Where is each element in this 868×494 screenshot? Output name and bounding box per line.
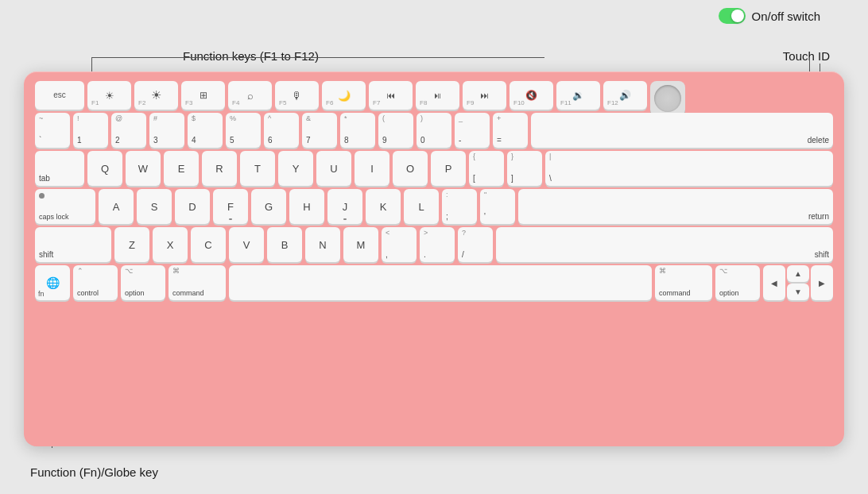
key-z[interactable]: Z [114, 227, 149, 262]
key-l[interactable]: L [404, 189, 439, 224]
key-esc[interactable]: esc [35, 81, 84, 110]
key-k[interactable]: K [366, 189, 401, 224]
key-2[interactable]: @ 2 [111, 113, 146, 148]
key-arrow-up[interactable]: ▲ [787, 265, 809, 282]
key-f5[interactable]: 🎙 F5 [275, 81, 319, 110]
key-w[interactable]: W [126, 151, 161, 186]
key-f8[interactable]: ⏯ F8 [416, 81, 459, 110]
tab-key-row: tab Q W E R T Y U I O P [35, 151, 833, 186]
key-f12[interactable]: 🔊 F12 [603, 81, 647, 110]
key-capslock[interactable]: caps lock [35, 189, 95, 224]
key-backtick[interactable]: ~ ` [35, 113, 70, 148]
key-d[interactable]: D [175, 189, 210, 224]
key-return[interactable]: return [518, 189, 833, 224]
key-q[interactable]: Q [87, 151, 122, 186]
key-m[interactable]: M [343, 227, 378, 262]
touchid-label-container: Touch ID [783, 49, 830, 64]
touchid-sensor [654, 85, 681, 112]
key-delete[interactable]: delete [531, 113, 833, 148]
key-c[interactable]: C [191, 227, 226, 262]
key-option-left[interactable]: ⌥ option [121, 265, 165, 300]
key-slash[interactable]: ? / [458, 227, 493, 262]
key-e[interactable]: E [164, 151, 199, 186]
bottom-key-row: 🌐 fn ⌃ control ⌥ option ⌘ command ⌘ comm… [35, 265, 833, 300]
key-v[interactable]: V [229, 227, 264, 262]
key-option-right[interactable]: ⌥ option [715, 265, 760, 300]
keyboard-body: esc ☀ F1 ☀ F2 ⊞ F3 ⌕ F4 🎙 F5 🌙 F6 [24, 71, 844, 446]
key-x[interactable]: X [153, 227, 188, 262]
key-0[interactable]: ) 0 [417, 113, 451, 148]
key-f1[interactable]: ☀ F1 [87, 81, 131, 110]
fn-globe-label: Function (Fn)/Globe key [30, 465, 158, 479]
key-r[interactable]: R [202, 151, 237, 186]
key-minus[interactable]: _ - [455, 113, 490, 148]
key-arrow-right[interactable]: ▶ [811, 265, 833, 300]
function-key-row: esc ☀ F1 ☀ F2 ⊞ F3 ⌕ F4 🎙 F5 🌙 F6 [35, 81, 833, 110]
key-5[interactable]: % 5 [226, 113, 261, 148]
fn-globe-label-container: Function (Fn)/Globe key [30, 465, 158, 480]
key-f9[interactable]: ⏭ F9 [463, 81, 506, 110]
key-a[interactable]: A [99, 189, 134, 224]
key-shift-left[interactable]: shift [35, 227, 111, 262]
key-arrow-left[interactable]: ◀ [763, 265, 785, 300]
key-g[interactable]: G [251, 189, 286, 224]
key-f11[interactable]: 🔉 F11 [556, 81, 600, 110]
fnkeys-line-left [91, 57, 92, 73]
key-i[interactable]: I [355, 151, 389, 186]
key-shift-right[interactable]: shift [496, 227, 833, 262]
key-4[interactable]: $ 4 [188, 113, 223, 148]
key-command-right[interactable]: ⌘ command [655, 265, 712, 300]
key-period[interactable]: > . [420, 227, 455, 262]
key-u[interactable]: U [316, 151, 351, 186]
touchid-label: Touch ID [783, 49, 830, 63]
key-t[interactable]: T [240, 151, 275, 186]
key-command-left[interactable]: ⌘ command [169, 265, 226, 300]
key-backslash[interactable]: | \ [545, 151, 833, 186]
key-close-bracket[interactable]: } ] [507, 151, 542, 186]
key-9[interactable]: ( 9 [378, 113, 413, 148]
key-o[interactable]: O [393, 151, 428, 186]
key-comma[interactable]: < , [382, 227, 417, 262]
caps-lock-row: caps lock A S D F G H J K L [35, 189, 833, 224]
key-f6[interactable]: 🌙 F6 [322, 81, 366, 110]
key-s[interactable]: S [137, 189, 172, 224]
key-3[interactable]: # 3 [149, 113, 184, 148]
fnkeys-label-container: Function keys (F1 to F12) [183, 49, 319, 64]
key-quote[interactable]: " ' [480, 189, 515, 224]
fnkeys-label: Function keys (F1 to F12) [183, 49, 319, 63]
key-spacebar[interactable] [229, 265, 652, 300]
shift-row: shift Z X C V B N M < , > . [35, 227, 833, 262]
key-f[interactable]: F [213, 189, 248, 224]
key-semicolon[interactable]: : ; [442, 189, 477, 224]
arrow-key-cluster: ◀ ▲ ▼ ▶ [763, 265, 833, 300]
key-f4[interactable]: ⌕ F4 [228, 81, 272, 110]
onoff-switch-container: On/off switch [719, 8, 820, 24]
touchid-key[interactable] [650, 81, 685, 116]
key-y[interactable]: Y [278, 151, 313, 186]
key-h[interactable]: H [289, 189, 324, 224]
key-n[interactable]: N [305, 227, 340, 262]
key-f10[interactable]: 🔇 F10 [510, 81, 553, 110]
key-p[interactable]: P [431, 151, 466, 186]
key-8[interactable]: * 8 [340, 113, 375, 148]
key-equals[interactable]: + = [493, 113, 528, 148]
key-b[interactable]: B [267, 227, 302, 262]
key-1[interactable]: ! 1 [73, 113, 108, 148]
number-key-row: ~ ` ! 1 @ 2 # 3 $ 4 % 5 ^ 6 & 7 [35, 113, 833, 148]
fnkeys-line-right [809, 57, 810, 73]
onoff-label: On/off switch [752, 10, 820, 23]
key-7[interactable]: & 7 [302, 113, 337, 148]
key-f3[interactable]: ⊞ F3 [181, 81, 225, 110]
key-control[interactable]: ⌃ control [73, 265, 118, 300]
key-f2[interactable]: ☀ F2 [134, 81, 178, 110]
fnkeys-line-top [91, 57, 544, 58]
key-tab[interactable]: tab [35, 151, 84, 186]
key-6[interactable]: ^ 6 [264, 113, 299, 148]
key-arrow-down[interactable]: ▼ [787, 284, 809, 300]
key-j[interactable]: J [327, 189, 362, 224]
key-fn-globe[interactable]: 🌐 fn [35, 265, 70, 300]
key-f7[interactable]: ⏮ F7 [369, 81, 413, 110]
toggle-switch[interactable] [719, 8, 746, 24]
key-open-bracket[interactable]: { [ [469, 151, 504, 186]
